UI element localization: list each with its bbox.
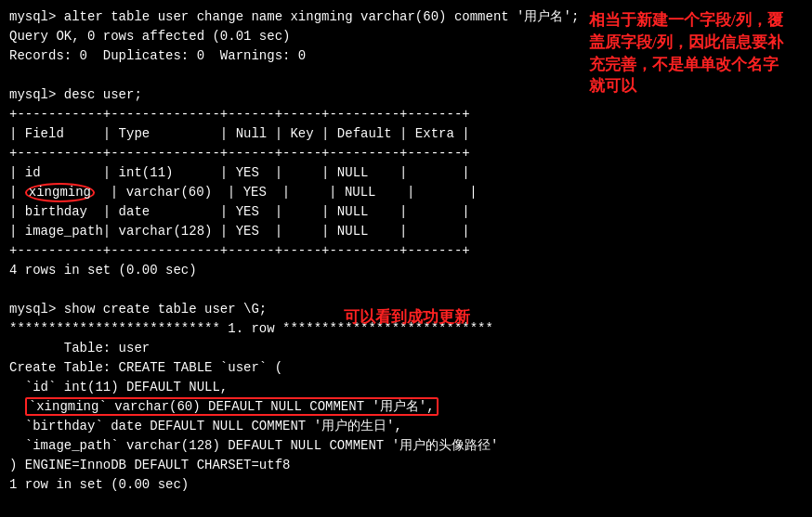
create-xingming-line: `xingming` varchar(60) DEFAULT NULL COMM… (9, 397, 803, 417)
line-5: mysql> desc user; (9, 85, 803, 105)
engine-line: ) ENGINE=InnoDB DEFAULT CHARSET=utf8 (9, 456, 803, 475)
terminal-window: mysql> alter table user change name xing… (0, 0, 812, 517)
line-2: Query OK, 0 rows affected (0.01 sec) (9, 27, 803, 46)
show-create-cmd: mysql> show create table user \G; (9, 300, 803, 319)
line-1: mysql> alter table user change name xing… (9, 7, 803, 27)
one-row-line: 1 row in set (0.00 sec) (9, 475, 803, 495)
xingming-circled: xingming (25, 183, 95, 202)
table-sep-2: +-----------+--------------+------+-----… (9, 144, 803, 163)
table-sep-1: +-----------+--------------+------+-----… (9, 105, 803, 124)
create-table-line: Create Table: CREATE TABLE `user` ( (9, 358, 803, 378)
create-imagepath-line: `image_path` varchar(128) DEFAULT NULL C… (9, 436, 803, 456)
table-sep-3: +-----------+--------------+------+-----… (9, 241, 803, 261)
table-header: | Field | Type | Null | Key | Default | … (9, 124, 803, 144)
xingming-highlight: `xingming` varchar(60) DEFAULT NULL COMM… (25, 397, 439, 416)
create-birthday-line: `birthday` date DEFAULT NULL COMMENT '用户… (9, 417, 803, 436)
prompt-text: mysql> alter table user change name xing… (9, 9, 579, 24)
line-4-blank (9, 66, 803, 85)
blank-2 (9, 280, 803, 300)
table-row-xingming: | xingming | varchar(60) | YES | | NULL … (9, 183, 803, 202)
affected-word: affected (142, 29, 204, 44)
stars-row: *************************** 1. row *****… (9, 319, 803, 339)
create-id-line: `id` int(11) DEFAULT NULL, (9, 378, 803, 397)
table-row-birthday: | birthday | date | YES | | NULL | | (9, 202, 803, 222)
rows-count: 4 rows in set (0.00 sec) (9, 261, 803, 280)
table-name-line: Table: user (9, 339, 803, 358)
line-3: Records: 0 Duplicates: 0 Warnings: 0 (9, 46, 803, 66)
table-row-imagepath: | image_path| varchar(128) | YES | | NUL… (9, 222, 803, 241)
table-row-id: | id | int(11) | YES | | NULL | | (9, 163, 803, 183)
